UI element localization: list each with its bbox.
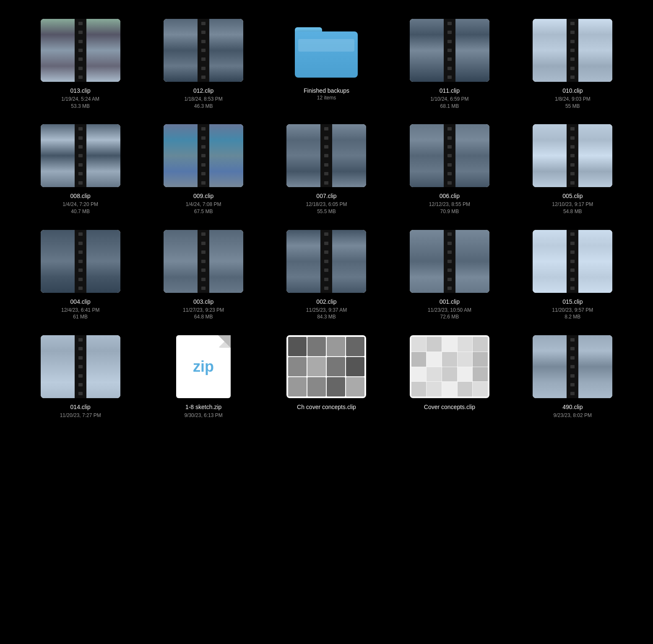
file-name: Cover concepts.clip xyxy=(424,404,475,411)
file-thumbnail xyxy=(39,228,122,295)
file-name: 006.clip xyxy=(440,193,460,200)
file-size: 70.9 MB xyxy=(440,208,459,215)
file-date: 12/18/23, 6:05 PM xyxy=(306,201,347,208)
file-size: 8.2 MB xyxy=(565,313,580,321)
file-size: 72.6 MB xyxy=(440,313,459,321)
file-thumbnail xyxy=(161,228,245,295)
list-item[interactable]: 490.clip 9/23/23, 8:02 PM xyxy=(513,333,632,419)
file-size: 68.1 MB xyxy=(440,103,459,110)
list-item[interactable]: 007.clip 12/18/23, 6:05 PM 55.5 MB xyxy=(267,122,386,215)
list-item[interactable]: Finished backups 12 items xyxy=(267,17,386,110)
list-item[interactable]: Ch cover concepts.clip xyxy=(267,333,386,419)
file-name: 015.clip xyxy=(562,298,583,305)
file-name: Ch cover concepts.clip xyxy=(297,404,356,411)
file-grid: 013.clip 1/19/24, 5:24 AM 53.3 MB 012.cl… xyxy=(8,13,645,423)
file-name: 011.clip xyxy=(440,87,460,94)
file-size: 55.5 MB xyxy=(317,208,336,215)
list-item[interactable]: 002.clip 11/25/23, 9:37 AM 84.3 MB xyxy=(267,228,386,321)
list-item[interactable]: 001.clip 11/23/23, 10:50 AM 72.6 MB xyxy=(390,228,509,321)
file-thumbnail xyxy=(39,122,122,189)
file-thumbnail xyxy=(408,122,492,189)
file-size: 40.7 MB xyxy=(71,208,90,215)
file-date: 1/18/24, 8:53 PM xyxy=(184,96,222,103)
file-name: 003.clip xyxy=(193,298,213,305)
file-name: 010.clip xyxy=(562,87,583,94)
file-size: 67.5 MB xyxy=(194,208,213,215)
file-size: 46.3 MB xyxy=(194,103,213,110)
file-date: 11/25/23, 9:37 AM xyxy=(306,307,347,314)
file-thumbnail xyxy=(39,17,122,84)
list-item[interactable]: Cover concepts.clip xyxy=(390,333,509,419)
file-thumbnail xyxy=(408,333,492,400)
file-date: 1/19/24, 5:24 AM xyxy=(61,96,99,103)
file-thumbnail xyxy=(39,333,122,400)
file-thumbnail: zip xyxy=(161,333,245,400)
file-size: 61 MB xyxy=(73,313,88,321)
file-date: 12/4/23, 6:41 PM xyxy=(61,307,99,314)
file-name: 004.clip xyxy=(70,298,91,305)
folder-icon-wrapper xyxy=(284,17,368,84)
file-name: 013.clip xyxy=(70,87,91,94)
list-item[interactable]: 013.clip 1/19/24, 5:24 AM 53.3 MB xyxy=(21,17,140,110)
file-thumbnail xyxy=(531,228,614,295)
file-thumbnail xyxy=(161,17,245,84)
list-item[interactable]: 004.clip 12/4/23, 6:41 PM 61 MB xyxy=(21,228,140,321)
file-date: 1/4/24, 7:08 PM xyxy=(186,201,221,208)
file-name: 012.clip xyxy=(193,87,213,94)
file-name: 001.clip xyxy=(440,298,460,305)
file-date: 11/20/23, 9:57 PM xyxy=(552,307,593,314)
file-size: 84.3 MB xyxy=(317,313,336,321)
file-thumbnail xyxy=(161,122,245,189)
file-size: 55 MB xyxy=(565,103,580,110)
file-date: 11/27/23, 9:23 PM xyxy=(183,307,224,314)
file-date: 9/30/23, 6:13 PM xyxy=(184,412,222,419)
list-item[interactable]: 003.clip 11/27/23, 9:23 PM 64.8 MB xyxy=(144,228,263,321)
file-date: 1/4/24, 7:20 PM xyxy=(62,201,98,208)
file-date: 12/12/23, 8:55 PM xyxy=(429,201,470,208)
list-item[interactable]: 012.clip 1/18/24, 8:53 PM 46.3 MB xyxy=(144,17,263,110)
file-date: 9/23/23, 8:02 PM xyxy=(554,412,592,419)
file-thumbnail xyxy=(284,122,368,189)
file-thumbnail xyxy=(284,228,368,295)
file-size: 54.8 MB xyxy=(563,208,582,215)
file-name: 007.clip xyxy=(316,193,336,200)
list-item[interactable]: 010.clip 1/8/24, 9:03 PM 55 MB xyxy=(513,17,632,110)
file-name: 009.clip xyxy=(193,193,213,200)
file-thumbnail xyxy=(531,333,614,400)
file-date: 12/10/23, 9:17 PM xyxy=(552,201,593,208)
file-thumbnail xyxy=(408,228,492,295)
file-date: 1/8/24, 9:03 PM xyxy=(555,96,591,103)
list-item[interactable]: zip 1-8 sketch.zip 9/30/23, 6:13 PM xyxy=(144,333,263,419)
file-name: Finished backups xyxy=(304,87,349,94)
list-item[interactable]: 005.clip 12/10/23, 9:17 PM 54.8 MB xyxy=(513,122,632,215)
file-size: 64.8 MB xyxy=(194,313,213,321)
file-subtitle: 12 items xyxy=(317,95,336,101)
file-name: 005.clip xyxy=(562,193,583,200)
list-item[interactable]: 008.clip 1/4/24, 7:20 PM 40.7 MB xyxy=(21,122,140,215)
file-thumbnail xyxy=(531,17,614,84)
file-thumbnail xyxy=(408,17,492,84)
file-date: 1/10/24, 6:59 PM xyxy=(430,96,468,103)
file-date: 11/20/23, 7:27 PM xyxy=(60,412,101,419)
file-name: 008.clip xyxy=(70,193,91,200)
file-size: 53.3 MB xyxy=(71,103,90,110)
file-name: 002.clip xyxy=(316,298,336,305)
file-name: 1-8 sketch.zip xyxy=(185,404,221,411)
file-date: 11/23/23, 10:50 AM xyxy=(428,307,471,314)
list-item[interactable]: 009.clip 1/4/24, 7:08 PM 67.5 MB xyxy=(144,122,263,215)
file-thumbnail xyxy=(284,333,368,400)
file-name: 490.clip xyxy=(562,404,583,411)
list-item[interactable]: 015.clip 11/20/23, 9:57 PM 8.2 MB xyxy=(513,228,632,321)
file-thumbnail xyxy=(531,122,614,189)
list-item[interactable]: 006.clip 12/12/23, 8:55 PM 70.9 MB xyxy=(390,122,509,215)
list-item[interactable]: 014.clip 11/20/23, 7:27 PM xyxy=(21,333,140,419)
file-name: 014.clip xyxy=(70,404,91,411)
list-item[interactable]: 011.clip 1/10/24, 6:59 PM 68.1 MB xyxy=(390,17,509,110)
